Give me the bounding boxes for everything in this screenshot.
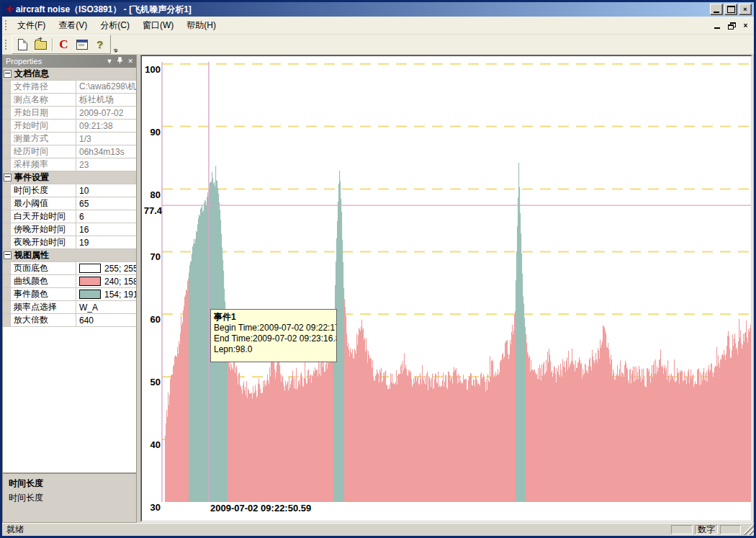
collapse-icon[interactable] — [4, 70, 12, 78]
title-bar[interactable]: ✈ aircraft noise（ISO3891） - [飞机噪声分析1] × — [2, 2, 754, 17]
property-label: 开始时间 — [11, 120, 76, 132]
menu-item-view[interactable]: 查看(V) — [52, 17, 94, 34]
resize-grip[interactable] — [744, 525, 754, 535]
property-row[interactable]: 文件路径C:\awa6298\机场 — [3, 81, 136, 94]
property-row[interactable]: 时间长度10 — [3, 184, 136, 197]
help-button[interactable]: ? — [91, 36, 109, 53]
child-minimize-button[interactable] — [711, 20, 723, 31]
event-tooltip-title: 事件1 — [214, 312, 333, 323]
property-category-label: 文档信息 — [14, 68, 49, 80]
property-row[interactable]: 事件颜色154; 191; 18 — [3, 288, 136, 301]
svg-text:50: 50 — [150, 377, 161, 387]
menu-item-window[interactable]: 窗口(W) — [136, 17, 180, 34]
property-value-text: W_A — [79, 302, 98, 313]
airplane-icon: ✈ — [5, 4, 14, 14]
status-message: 就绪 — [6, 524, 669, 536]
property-value[interactable]: 1/3 — [76, 134, 136, 144]
collapse-icon[interactable] — [4, 174, 12, 181]
property-row[interactable]: 傍晚开始时间16 — [3, 223, 136, 236]
dropdown-arrow-icon[interactable]: ▼ — [107, 58, 113, 65]
row-gutter — [3, 210, 11, 223]
event-tooltip-begin: Begin Time:2009-07-02 09:22:17. 0 — [214, 323, 333, 333]
property-value[interactable]: 6 — [76, 212, 136, 222]
property-value-text: 154; 191; 18 — [104, 290, 136, 300]
noise-chart[interactable]: 1009080706050403077.42009-07-02 09:22:50… — [142, 56, 752, 521]
collapse-icon[interactable] — [4, 251, 12, 259]
calibration-button[interactable]: C — [55, 36, 73, 53]
close-button[interactable]: × — [739, 4, 752, 15]
property-category[interactable]: 事件设置 — [3, 171, 136, 184]
row-gutter — [3, 107, 11, 119]
cursor-time-label: 2009-07-02 09:22:50.59 — [210, 503, 311, 514]
property-value[interactable]: 255; 255; 25 — [76, 264, 136, 274]
toolbar-grip[interactable] — [4, 39, 8, 50]
property-value[interactable]: 2009-07-02 — [76, 108, 136, 118]
property-row[interactable]: 采样频率23 — [3, 158, 136, 171]
main-area: Properties ▼ ✕ 文档信息文件路径C:\awa6298\机场测点名称… — [2, 55, 754, 523]
property-category[interactable]: 视图属性 — [3, 249, 136, 262]
property-row[interactable]: 开始时间09:21:38 — [3, 120, 136, 133]
property-category[interactable]: 文档信息 — [3, 68, 136, 81]
pin-icon[interactable] — [117, 57, 123, 66]
property-value[interactable]: 240; 158; 15 — [76, 277, 136, 287]
property-label: 页面底色 — [11, 262, 76, 274]
child-close-button[interactable]: × — [739, 20, 752, 31]
property-value[interactable]: 16 — [76, 225, 136, 235]
svg-text:70: 70 — [150, 251, 161, 262]
event-tooltip-lepn: Lepn:98.0 — [214, 344, 333, 355]
property-value[interactable]: 65 — [76, 199, 136, 209]
property-row[interactable]: 测量方式1/3 — [3, 133, 136, 145]
maximize-button[interactable] — [724, 4, 737, 15]
property-row[interactable]: 夜晚开始时间19 — [3, 236, 136, 249]
menubar-grip[interactable] — [4, 19, 8, 31]
property-row[interactable]: 最小阈值65 — [3, 197, 136, 210]
property-value[interactable]: W_A — [76, 302, 136, 313]
property-value[interactable]: 23 — [76, 160, 136, 170]
properties-sheet-icon — [76, 40, 88, 50]
new-file-button[interactable] — [14, 36, 32, 53]
property-value[interactable]: 06h34m13s — [76, 147, 136, 157]
open-file-button[interactable] — [32, 36, 50, 53]
property-value-text: 65 — [79, 199, 89, 209]
red-c-icon: C — [59, 38, 68, 50]
properties-panel-header[interactable]: Properties ▼ ✕ — [3, 55, 136, 68]
menu-item-file[interactable]: 文件(F) — [11, 17, 52, 34]
property-row[interactable]: 页面底色255; 255; 25 — [3, 262, 136, 275]
question-mark-icon: ? — [96, 38, 103, 50]
chart-client-area: 1009080706050403077.42009-07-02 09:22:50… — [141, 55, 752, 521]
properties-button[interactable] — [73, 36, 91, 53]
close-icon[interactable]: ✕ — [127, 58, 133, 65]
property-row[interactable]: 放大倍数640 — [3, 314, 136, 327]
child-restore-button[interactable] — [725, 20, 737, 31]
property-value[interactable]: 10 — [76, 186, 136, 196]
property-label: 采样频率 — [11, 158, 76, 171]
property-value[interactable]: 640 — [76, 315, 136, 326]
property-value-text: 255; 255; 25 — [104, 264, 136, 274]
toolbar-overflow-button[interactable] — [112, 35, 120, 55]
property-value[interactable]: 09:21:38 — [76, 121, 136, 131]
svg-text:60: 60 — [150, 314, 161, 325]
property-value[interactable]: 19 — [76, 238, 136, 248]
property-value-text: 240; 158; 15 — [104, 277, 136, 287]
property-value[interactable]: 154; 191; 18 — [76, 290, 136, 300]
menu-item-analysis[interactable]: 分析(C) — [94, 17, 136, 34]
row-gutter — [3, 288, 11, 300]
property-row[interactable]: 开始日期2009-07-02 — [3, 107, 136, 120]
property-row[interactable]: 曲线颜色240; 158; 15 — [3, 275, 136, 288]
property-value[interactable]: 栎社机场 — [76, 94, 136, 106]
properties-grid: 文档信息文件路径C:\awa6298\机场测点名称栎社机场开始日期2009-07… — [3, 68, 136, 327]
row-gutter — [3, 262, 11, 274]
property-label: 时间长度 — [11, 184, 76, 197]
property-row[interactable]: 白天开始时间6 — [3, 210, 136, 223]
row-gutter — [3, 301, 11, 313]
properties-panel: Properties ▼ ✕ 文档信息文件路径C:\awa6298\机场测点名称… — [2, 55, 137, 523]
property-row[interactable]: 频率点选择W_A — [3, 301, 136, 314]
status-panel-1 — [671, 525, 693, 534]
property-row[interactable]: 测点名称栎社机场 — [3, 94, 136, 107]
property-value[interactable]: C:\awa6298\机场 — [76, 81, 136, 93]
minimize-button[interactable] — [710, 4, 723, 15]
property-description-box: 时间长度 时间长度 — [3, 472, 136, 522]
menu-item-help[interactable]: 帮助(H) — [180, 17, 222, 34]
property-row[interactable]: 经历时间06h34m13s — [3, 145, 136, 158]
open-folder-icon — [35, 41, 47, 50]
